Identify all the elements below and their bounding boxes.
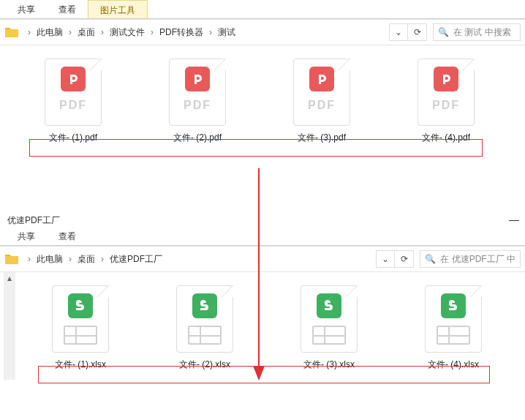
chevron-right-icon: › — [25, 254, 34, 264]
pdf-badge-icon — [309, 67, 334, 91]
file-item[interactable]: 文件- (1).xlsx — [44, 285, 117, 371]
tab-share[interactable]: 共享 — [6, 227, 47, 245]
spreadsheet-badge-icon — [441, 293, 466, 318]
pdf-label: PDF — [308, 99, 336, 112]
search-icon: 🔍 — [425, 254, 436, 264]
spreadsheet-badge-icon — [192, 293, 217, 318]
window-top: 共享 查看 图片工具 › 此电脑 › 桌面 › 测试文件 › PDF转换器 › … — [0, 0, 525, 205]
pdf-label: PDF — [184, 99, 211, 112]
breadcrumb-seg[interactable]: PDF转换器 — [156, 26, 206, 39]
breadcrumb-seg[interactable]: 此电脑 — [34, 253, 66, 266]
window-bottom: 优速PDF工厂 — 共享 查看 › 此电脑 › 桌面 › 优速PDF工厂 ⌄ ⟳… — [0, 212, 525, 420]
pdf-badge-icon — [61, 67, 86, 91]
chevron-right-icon: › — [25, 27, 34, 37]
address-controls: ⌄ ⟳ — [389, 23, 427, 41]
sheet-grid-icon — [188, 326, 222, 345]
file-name: 文件- (4).xlsx — [428, 359, 479, 371]
breadcrumb-bottom[interactable]: › 此电脑 › 桌面 › 优速PDF工厂 — [25, 250, 370, 268]
file-item[interactable]: PDF 文件- (2).pdf — [161, 59, 234, 144]
history-dropdown-button[interactable]: ⌄ — [389, 23, 408, 41]
pdf-badge-icon — [434, 67, 458, 91]
file-name: 文件- (3).pdf — [298, 132, 346, 144]
minimize-icon[interactable]: — — [509, 214, 519, 225]
chevron-right-icon: › — [206, 27, 215, 37]
folder-icon — [4, 26, 19, 39]
breadcrumb-seg[interactable]: 优速PDF工厂 — [107, 253, 165, 266]
file-item[interactable]: PDF 文件- (3).pdf — [285, 59, 358, 144]
search-placeholder: 在 测试 中搜索 — [453, 26, 511, 39]
tab-share[interactable]: 共享 — [6, 0, 47, 18]
scroll-up-icon[interactable]: ▴ — [4, 272, 15, 284]
file-name: 文件- (1).pdf — [49, 132, 97, 144]
xlsx-file-icon — [176, 285, 233, 353]
address-controls: ⌄ ⟳ — [376, 250, 414, 268]
xlsx-file-icon — [52, 285, 109, 353]
files-row: 文件- (1).xlsx 文件- (2).xlsx 文件- (3).xlsx — [44, 285, 510, 371]
files-row: PDF 文件- (1).pdf PDF 文件- (2).pdf PDF 文件- — [37, 59, 510, 144]
history-dropdown-button[interactable]: ⌄ — [376, 250, 395, 268]
tab-picture-tools[interactable]: 图片工具 — [88, 0, 148, 18]
breadcrumb-top[interactable]: › 此电脑 › 桌面 › 测试文件 › PDF转换器 › 测试 — [25, 23, 383, 41]
refresh-button[interactable]: ⟳ — [395, 250, 414, 268]
chevron-right-icon: › — [98, 254, 107, 264]
file-pane-bottom[interactable]: ▴ 文件- (1).xlsx 文件- (2).xlsx — [0, 272, 525, 380]
file-item[interactable]: 文件- (2).xlsx — [168, 285, 241, 371]
spreadsheet-badge-icon — [68, 293, 93, 318]
file-name: 文件- (3).xlsx — [303, 359, 355, 371]
file-item[interactable]: 文件- (4).xlsx — [417, 285, 490, 371]
folder-icon — [4, 252, 19, 266]
title-bar: 优速PDF工厂 — — [0, 212, 525, 227]
file-name: 文件- (4).pdf — [422, 132, 470, 144]
breadcrumb-seg[interactable]: 桌面 — [75, 26, 98, 39]
sheet-grid-icon — [312, 326, 346, 345]
ribbon-tabs-top: 共享 查看 图片工具 — [0, 0, 525, 19]
pdf-label: PDF — [432, 99, 460, 112]
pdf-file-icon: PDF — [293, 59, 350, 126]
breadcrumb-seg[interactable]: 此电脑 — [34, 26, 66, 39]
ribbon-tabs-bottom: 共享 查看 — [0, 227, 525, 246]
pdf-file-icon: PDF — [418, 59, 475, 126]
tab-view[interactable]: 查看 — [47, 0, 88, 18]
chevron-right-icon: › — [66, 254, 75, 264]
tab-view[interactable]: 查看 — [47, 227, 88, 245]
window-title: 优速PDF工厂 — [7, 215, 60, 225]
search-input[interactable]: 🔍 在 优速PDF工厂 中 — [420, 250, 521, 268]
xlsx-file-icon — [301, 285, 358, 353]
search-input[interactable]: 🔍 在 测试 中搜索 — [433, 23, 521, 41]
pdf-label: PDF — [59, 99, 87, 112]
breadcrumb-seg[interactable]: 测试文件 — [107, 26, 148, 39]
sheet-grid-icon — [64, 326, 97, 345]
file-item[interactable]: PDF 文件- (4).pdf — [409, 59, 483, 144]
search-placeholder: 在 优速PDF工厂 中 — [440, 253, 515, 266]
file-name: 文件- (2).pdf — [173, 132, 222, 144]
pdf-file-icon: PDF — [45, 59, 102, 126]
chevron-right-icon: › — [66, 27, 75, 37]
pdf-file-icon: PDF — [169, 59, 226, 126]
chevron-right-icon: › — [98, 27, 107, 37]
scrollbar[interactable]: ▴ — [4, 272, 15, 380]
sheet-grid-icon — [437, 326, 470, 345]
file-pane-top[interactable]: PDF 文件- (1).pdf PDF 文件- (2).pdf PDF 文件- — [0, 45, 525, 153]
pdf-badge-icon — [185, 67, 210, 91]
address-bar-bottom: › 此电脑 › 桌面 › 优速PDF工厂 ⌄ ⟳ 🔍 在 优速PDF工厂 中 — [0, 246, 525, 272]
breadcrumb-seg[interactable]: 桌面 — [75, 253, 98, 266]
file-item[interactable]: PDF 文件- (1).pdf — [37, 59, 110, 144]
search-icon: 🔍 — [438, 27, 449, 37]
file-item[interactable]: 文件- (3).xlsx — [292, 285, 366, 371]
address-bar-top: › 此电脑 › 桌面 › 测试文件 › PDF转换器 › 测试 ⌄ ⟳ 🔍 在 … — [0, 19, 525, 45]
refresh-button[interactable]: ⟳ — [408, 23, 427, 41]
file-name: 文件- (1).xlsx — [55, 359, 106, 371]
xlsx-file-icon — [425, 285, 482, 353]
file-name: 文件- (2).xlsx — [179, 359, 230, 371]
spreadsheet-badge-icon — [317, 293, 341, 318]
chevron-right-icon: › — [148, 27, 156, 37]
breadcrumb-seg[interactable]: 测试 — [215, 26, 238, 39]
